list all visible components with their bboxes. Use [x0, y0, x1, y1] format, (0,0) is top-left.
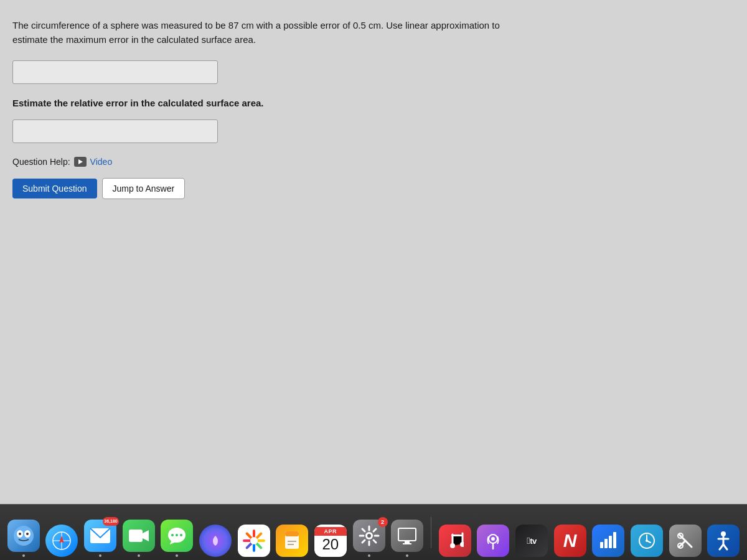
- svg-point-3: [19, 533, 21, 535]
- svg-point-14: [171, 534, 174, 536]
- question-help: Question Help: Video: [12, 157, 735, 167]
- svg-point-15: [176, 534, 178, 536]
- facetime-dot: [138, 554, 140, 557]
- svg-point-38: [450, 543, 455, 548]
- question-text: The circumference of a sphere was measur…: [12, 19, 510, 47]
- dock-item-music[interactable]: [438, 508, 472, 557]
- dock-item-photos[interactable]: [237, 508, 271, 557]
- messages-icon: [166, 526, 187, 546]
- dock-item-keka[interactable]: [275, 508, 309, 557]
- main-content: The circumference of a sphere was measur…: [0, 0, 747, 504]
- signal-bars-icon: [600, 533, 616, 548]
- appletv-text: tv: [527, 535, 537, 546]
- desktop-dot: [406, 554, 408, 557]
- help-label: Question Help:: [12, 157, 70, 167]
- svg-line-55: [723, 544, 727, 549]
- dock-bar: 36,180: [0, 504, 747, 560]
- svg-rect-19: [285, 531, 299, 536]
- dock-item-siri[interactable]: [198, 508, 233, 557]
- svg-point-4: [26, 533, 29, 535]
- desktop-icon: [397, 525, 418, 546]
- photos-icon: [242, 528, 266, 553]
- accessibility-icon: [715, 531, 732, 551]
- dock-item-safari[interactable]: [45, 508, 80, 557]
- system-prefs-badge: 2: [378, 517, 388, 527]
- music-icon: [446, 531, 464, 551]
- svg-rect-32: [398, 528, 416, 541]
- svg-point-23: [367, 534, 371, 538]
- svg-point-46: [646, 539, 648, 542]
- dock-item-signal[interactable]: [591, 508, 626, 557]
- dock-item-system-prefs[interactable]: 2: [352, 508, 387, 557]
- slash-icon: [677, 532, 694, 549]
- dock-item-messages[interactable]: [160, 508, 195, 557]
- keka-icon: [283, 530, 301, 551]
- facetime-icon: [128, 528, 149, 544]
- dock-item-slash[interactable]: [668, 508, 703, 557]
- svg-point-16: [180, 534, 182, 536]
- dock-item-screentime[interactable]: [629, 508, 664, 557]
- video-icon: [74, 157, 87, 167]
- svg-point-0: [14, 526, 34, 546]
- news-icon-text: N: [563, 531, 577, 550]
- dock-item-finder[interactable]: [6, 508, 41, 557]
- svg-point-17: [250, 537, 258, 544]
- dock-separator: [431, 517, 431, 548]
- svg-point-42: [491, 537, 495, 541]
- svg-line-29: [374, 540, 376, 543]
- svg-line-30: [374, 529, 376, 531]
- dock-item-facetime[interactable]: [121, 508, 156, 557]
- calendar-month: APR: [314, 527, 347, 536]
- dock-item-mail[interactable]: 36,180: [83, 508, 118, 557]
- mail-badge: 36,180: [103, 517, 119, 526]
- estimate-label: Estimate the relative error in the calcu…: [12, 98, 735, 108]
- system-prefs-icon: [359, 525, 380, 546]
- safari-icon: [51, 530, 72, 551]
- dock-item-podcasts[interactable]: [476, 508, 511, 557]
- mail-dot: [99, 554, 101, 557]
- system-prefs-dot: [368, 554, 370, 557]
- siri-icon: [207, 532, 224, 549]
- screentime-icon: [637, 531, 656, 550]
- dock-item-accessibility[interactable]: [706, 508, 741, 557]
- messages-dot: [176, 554, 178, 557]
- video-link[interactable]: Video: [90, 157, 113, 167]
- dock-item-news[interactable]: N: [553, 508, 588, 557]
- svg-line-31: [362, 540, 365, 543]
- dock-item-appletv[interactable]: tv: [514, 508, 549, 557]
- calendar-day: 20: [322, 536, 339, 554]
- relative-error-input[interactable]: [12, 119, 218, 143]
- finder-icon: [12, 525, 35, 547]
- max-error-input[interactable]: [12, 60, 218, 84]
- podcasts-icon: [484, 530, 502, 551]
- jump-to-answer-button[interactable]: Jump to Answer: [102, 178, 186, 199]
- finder-dot: [22, 554, 25, 557]
- svg-rect-10: [129, 530, 143, 542]
- submit-question-button[interactable]: Submit Question: [12, 179, 97, 198]
- mail-icon: [90, 528, 111, 544]
- buttons-row: Submit Question Jump to Answer: [12, 178, 735, 199]
- dock-item-desktop[interactable]: [390, 508, 425, 557]
- svg-line-28: [362, 529, 365, 531]
- dock-item-calendar[interactable]: APR 20: [313, 508, 348, 557]
- svg-marker-11: [143, 530, 149, 541]
